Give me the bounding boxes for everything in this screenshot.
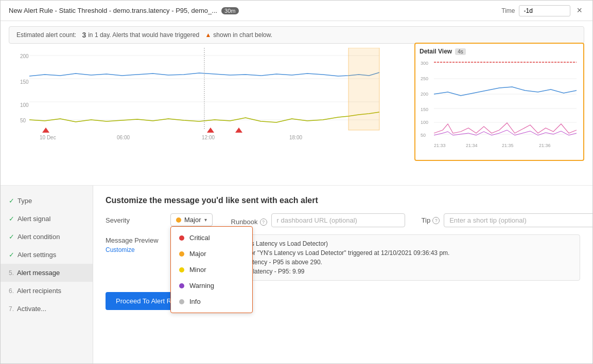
svg-text:50: 50 — [20, 118, 26, 123]
svg-text:150: 150 — [421, 107, 428, 112]
severity-option-info[interactable]: Info — [171, 294, 252, 310]
sidebar-label-activate: Activate... — [17, 305, 46, 313]
chevron-down-icon: ▾ — [204, 217, 207, 223]
detail-view-badge: 4s — [455, 48, 466, 55]
runbook-help-icon[interactable]: ? — [260, 219, 267, 226]
detail-view-header: Detail View 4s — [420, 48, 579, 55]
detail-chart-svg: 300 250 200 150 100 50 — [420, 57, 579, 152]
tip-input[interactable] — [444, 213, 592, 227]
titlebar-right: Time × — [501, 5, 584, 16]
svg-rect-16 — [348, 48, 379, 130]
severity-label-info: Info — [189, 298, 201, 305]
time-label: Time — [501, 7, 515, 14]
alert-prefix: Estimated alert count: — [16, 31, 76, 39]
severity-option-minor[interactable]: Minor — [171, 262, 252, 278]
alert-count: 3 — [82, 31, 86, 39]
svg-marker-11 — [235, 128, 242, 133]
runbook-label: Runbook ? — [231, 215, 267, 226]
detail-view-title: Detail View — [420, 48, 452, 55]
dot-minor — [179, 267, 184, 272]
check-icon-settings: ✓ — [9, 251, 14, 259]
sidebar-item-alert-condition[interactable]: ✓ Alert condition — [1, 228, 93, 246]
severity-option-major[interactable]: Major — [171, 246, 252, 262]
alert-suffix: in 1 day. Alerts that would have trigger… — [88, 31, 199, 39]
sidebar-label-recipients: Alert recipients — [17, 287, 61, 295]
runbook-input[interactable] — [271, 213, 405, 227]
main-chart-container: 200 150 100 50 10 — [9, 48, 584, 161]
tip-group: Tip ? — [422, 213, 592, 227]
sidebar-label-settings: Alert settings — [18, 251, 56, 259]
sidebar-label-message: Alert message — [17, 269, 60, 277]
titlebar-left: New Alert Rule - Static Threshold - demo… — [9, 7, 239, 14]
number-6: 6. — [9, 287, 14, 295]
svg-text:200: 200 — [20, 53, 29, 59]
dot-major — [179, 251, 184, 257]
number-5: 5. — [9, 269, 14, 277]
message-preview-label: Message Preview — [106, 234, 162, 244]
svg-text:50: 50 — [421, 133, 426, 138]
detail-chart: 300 250 200 150 100 50 — [420, 57, 579, 152]
app-window: New Alert Rule - Static Threshold - demo… — [0, 0, 593, 364]
triangle-icon: ▲ — [205, 31, 211, 39]
svg-text:21:34: 21:34 — [466, 143, 478, 148]
main-chart-svg: 200 150 100 50 10 — [9, 48, 390, 143]
chart-area: Estimated alert count: 3 in 1 day. Alert… — [1, 21, 592, 186]
main-panel: Customize the message you'd like sent wi… — [93, 186, 592, 363]
severity-dropdown-button[interactable]: Major ▾ — [170, 213, 213, 226]
time-badge: 30m — [221, 7, 238, 14]
dot-critical — [179, 235, 184, 241]
svg-text:250: 250 — [421, 76, 428, 81]
content-area: ✓ Type ✓ Alert signal ✓ Alert condition … — [1, 186, 592, 363]
severity-option-critical[interactable]: Critical — [171, 230, 252, 246]
severity-label-critical: Critical — [189, 234, 210, 242]
time-input[interactable] — [519, 5, 570, 16]
severity-dot-major — [176, 217, 181, 223]
svg-marker-9 — [42, 128, 49, 133]
svg-text:21:33: 21:33 — [434, 143, 446, 148]
severity-row: Severity Major ▾ Critical — [106, 213, 580, 227]
svg-text:18:00: 18:00 — [289, 135, 302, 140]
severity-label-major: Major — [189, 250, 206, 258]
sidebar-label-signal: Alert signal — [18, 215, 50, 223]
sidebar-label-type: Type — [18, 197, 32, 205]
severity-dropdown-container: Major ▾ Critical Major — [170, 213, 213, 226]
customize-link[interactable]: Customize — [106, 246, 162, 253]
sidebar-label-condition: Alert condition — [18, 233, 60, 241]
severity-option-warning[interactable]: Warning — [171, 278, 252, 294]
alert-info-bar: Estimated alert count: 3 in 1 day. Alert… — [9, 26, 584, 44]
tip-label: Tip ? — [422, 216, 440, 224]
severity-label-minor: Minor — [189, 266, 206, 274]
svg-text:150: 150 — [20, 79, 29, 85]
svg-text:21:36: 21:36 — [539, 143, 551, 148]
check-icon-condition: ✓ — [9, 233, 14, 241]
dot-info — [179, 299, 184, 304]
section-title: Customize the message you'd like sent wi… — [106, 196, 580, 205]
sidebar-item-type[interactable]: ✓ Type — [1, 192, 93, 210]
window-title: New Alert Rule - Static Threshold - demo… — [9, 7, 217, 14]
sidebar-item-alert-settings[interactable]: ✓ Alert settings — [1, 246, 93, 264]
sidebar-item-alert-message[interactable]: 5. Alert message — [1, 264, 93, 282]
close-button[interactable]: × — [574, 5, 584, 16]
svg-text:200: 200 — [421, 92, 428, 97]
sidebar: ✓ Type ✓ Alert signal ✓ Alert condition … — [1, 186, 93, 363]
runbook-group: Runbook ? — [231, 213, 405, 227]
sidebar-item-alert-recipients[interactable]: 6. Alert recipients — [1, 282, 93, 300]
titlebar: New Alert Rule - Static Threshold - demo… — [1, 1, 592, 21]
number-7: 7. — [9, 305, 14, 313]
svg-text:100: 100 — [421, 120, 428, 125]
severity-label-warning: Warning — [189, 282, 214, 289]
alert-suffix2: shown in chart below. — [213, 31, 272, 39]
svg-marker-10 — [207, 128, 214, 133]
dot-warning — [179, 283, 184, 288]
svg-text:10 Dec: 10 Dec — [40, 135, 56, 140]
sidebar-item-alert-signal[interactable]: ✓ Alert signal — [1, 210, 93, 228]
svg-text:06:00: 06:00 — [117, 135, 130, 140]
tip-help-icon[interactable]: ? — [432, 217, 440, 224]
svg-text:100: 100 — [20, 102, 29, 108]
severity-label: Severity — [106, 213, 162, 224]
svg-text:12:00: 12:00 — [202, 135, 215, 140]
check-icon-type: ✓ — [9, 197, 14, 205]
message-label-col: Message Preview Customize — [106, 234, 162, 253]
sidebar-item-activate[interactable]: 7. Activate... — [1, 300, 93, 318]
severity-selected-value: Major — [184, 216, 201, 224]
